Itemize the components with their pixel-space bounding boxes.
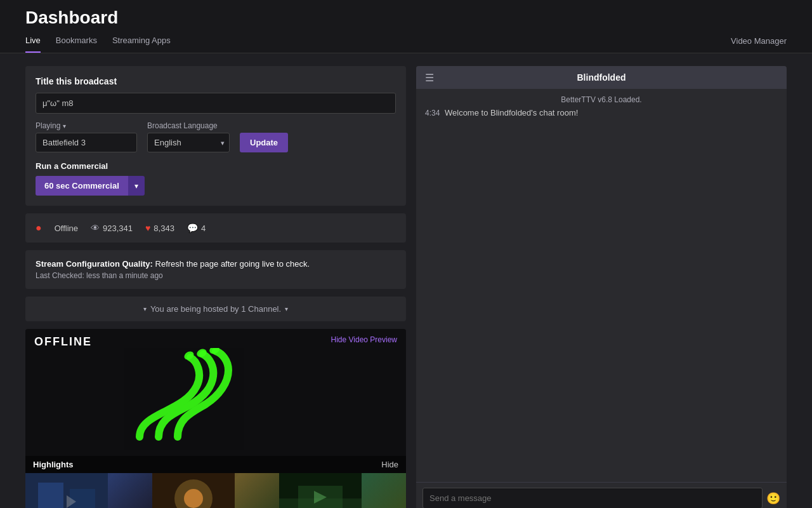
- offline-label: Offline: [55, 224, 78, 233]
- language-field: Broadcast Language English French Spanis…: [147, 121, 230, 152]
- broadcast-title-input[interactable]: [36, 93, 396, 114]
- page-title: Dashboard: [25, 8, 787, 28]
- left-column: Title this broadcast Playing ▾ Broadcast…: [25, 66, 406, 508]
- chat-bubble-icon: 💬: [187, 223, 198, 233]
- language-select-wrap: English French Spanish German Japanese ▾: [147, 133, 230, 152]
- main-content: Title this broadcast Playing ▾ Broadcast…: [0, 53, 812, 508]
- followers-count: 8,343: [154, 224, 174, 233]
- broadcast-fields-row: Playing ▾ Broadcast Language English Fre…: [36, 121, 396, 152]
- topbar: Dashboard Live Bookmarks Streaming Apps …: [0, 0, 812, 53]
- hide-video-label[interactable]: Hide: [381, 460, 398, 469]
- video-preview-area: OFFLINE Hide Video Preview: [25, 329, 406, 456]
- chat-system-message: BetterTTV v6.8 Loaded.: [425, 95, 778, 104]
- nav-bookmarks[interactable]: Bookmarks: [56, 36, 97, 53]
- playing-arrow-icon: ▾: [63, 123, 66, 130]
- svg-rect-5: [70, 489, 95, 508]
- svg-point-9: [184, 489, 203, 508]
- hosted-message: You are being hosted by 1 Channel.: [150, 304, 281, 314]
- chat-welcome-message: 4:34 Welcome to Blindfolded's chat room!: [425, 108, 778, 117]
- offline-banner-label: OFFLINE: [34, 335, 92, 349]
- nav-live[interactable]: Live: [25, 36, 41, 53]
- video-preview-panel: OFFLINE Hide Video Preview: [25, 329, 406, 508]
- commercial-dropdown-button[interactable]: ▾: [128, 176, 145, 196]
- stream-quality-panel: Stream Configuration Quality: Refresh th…: [25, 250, 406, 289]
- playing-label: Playing ▾: [36, 121, 137, 130]
- thumbnail-1[interactable]: [25, 473, 152, 508]
- chat-header: ☰ Blindfolded: [416, 66, 787, 89]
- commercial-label: Run a Commercial: [36, 161, 396, 171]
- hosted-panel: ▾ You are being hosted by 1 Channel. ▾: [25, 297, 406, 321]
- hide-preview-link[interactable]: Hide Video Preview: [331, 335, 397, 344]
- chat-count: 4: [201, 224, 206, 233]
- chat-stat: 💬 4: [187, 223, 206, 233]
- chat-welcome-text: Welcome to Blindfolded's chat room!: [445, 108, 578, 117]
- playing-field: Playing ▾: [36, 121, 137, 152]
- views-icon: 👁: [91, 223, 100, 233]
- heart-icon: ♥: [145, 223, 150, 233]
- commercial-button-group: 60 sec Commercial ▾: [36, 176, 396, 196]
- highlights-label: Highlights: [33, 460, 74, 469]
- emoji-button[interactable]: 🙂: [766, 491, 780, 505]
- chat-menu-icon[interactable]: ☰: [425, 72, 434, 84]
- right-column: ☰ Blindfolded BetterTTV v6.8 Loaded. 4:3…: [416, 66, 787, 508]
- language-select[interactable]: English French Spanish German Japanese: [147, 133, 230, 152]
- game-input[interactable]: [36, 133, 137, 152]
- chat-panel: ☰ Blindfolded BetterTTV v6.8 Loaded. 4:3…: [416, 66, 787, 508]
- thumbnail-3[interactable]: [279, 473, 406, 508]
- nav-streaming-apps[interactable]: Streaming Apps: [112, 36, 171, 53]
- broadcast-title-label: Title this broadcast: [36, 76, 396, 86]
- hosted-chevron-left-icon: ▾: [143, 305, 147, 312]
- commercial-button[interactable]: 60 sec Commercial: [36, 176, 128, 196]
- svg-rect-4: [38, 483, 63, 508]
- quality-last-checked: Last Checked: less than a minute ago: [36, 271, 396, 280]
- video-thumbnails: [25, 473, 406, 508]
- nav-links: Live Bookmarks Streaming Apps: [25, 36, 171, 53]
- video-overlay-bar: Highlights Hide: [25, 456, 406, 473]
- followers-stat: ♥ 8,343: [145, 223, 174, 233]
- razer-logo-graphic: [102, 348, 260, 450]
- broadcast-panel: Title this broadcast Playing ▾ Broadcast…: [25, 66, 406, 206]
- views-stat: 👁 923,341: [91, 223, 133, 233]
- chat-input-area: 🙂: [416, 482, 787, 508]
- chat-body: BetterTTV v6.8 Loaded. 4:34 Welcome to B…: [416, 89, 787, 482]
- thumbnail-2[interactable]: [152, 473, 279, 508]
- views-count: 923,341: [103, 224, 133, 233]
- chat-timestamp: 4:34: [425, 109, 440, 117]
- top-navigation: Live Bookmarks Streaming Apps Video Mana…: [25, 36, 787, 53]
- razer-snake-svg: [102, 348, 266, 450]
- chat-title: Blindfolded: [577, 72, 626, 83]
- hosted-chevron-right-icon: ▾: [285, 305, 288, 312]
- stats-panel: ● Offline 👁 923,341 ♥ 8,343 💬 4: [25, 213, 406, 243]
- broadcast-language-label: Broadcast Language: [147, 121, 230, 130]
- video-manager-link[interactable]: Video Manager: [731, 36, 787, 52]
- commercial-section: Run a Commercial 60 sec Commercial ▾: [36, 161, 396, 196]
- quality-title: Stream Configuration Quality: Refresh th…: [36, 259, 396, 269]
- chat-message-input[interactable]: [422, 488, 763, 508]
- update-button[interactable]: Update: [240, 133, 288, 152]
- offline-dot-icon: ●: [36, 222, 42, 234]
